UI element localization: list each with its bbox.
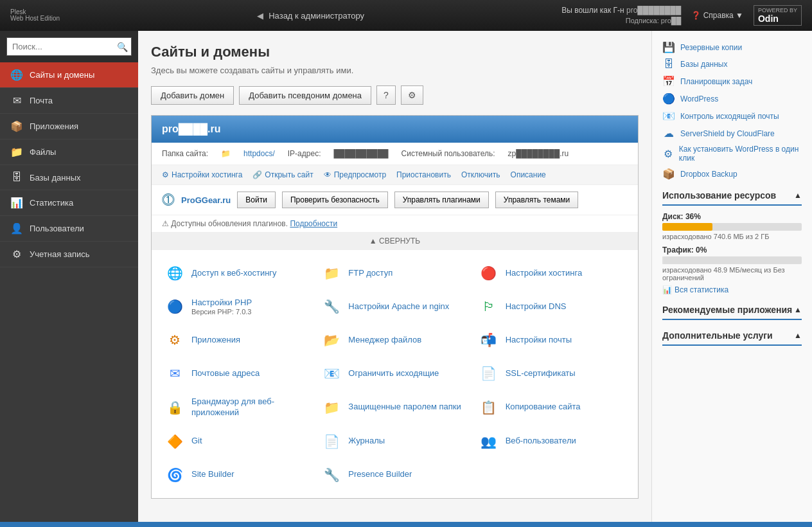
wp-plugins-button[interactable]: Управлять плагинами (394, 192, 489, 208)
feature-webhosting[interactable]: 🌐 Доступ к веб-хостингу (162, 260, 313, 286)
feature-copy[interactable]: 📋 Копирование сайта (476, 394, 628, 421)
filemanager-label: Менеджер файлов (348, 335, 421, 346)
bottom-bar (0, 522, 812, 527)
sidebar-label-databases: Базы данных (30, 173, 81, 183)
wordpress-bar: ⓵ ProGGear.ru Войти Проверить безопаснос… (152, 185, 638, 215)
users-icon: 👤 (10, 222, 23, 235)
update-details-link[interactable]: Подробности (290, 219, 337, 228)
feature-firewall[interactable]: 🔒 Брандмауэр для веб-приложений (162, 394, 313, 421)
disk-progress-fill (662, 223, 712, 231)
collapse-button[interactable]: ▲ СВЕРНУТЬ (152, 233, 638, 250)
presence-builder-icon: 🔧 (321, 465, 342, 485)
disk-info: израсходовано 740.6 МБ из 2 ГБ (662, 233, 802, 240)
hosting-settings-link[interactable]: ⚙ Настройки хостинга (162, 170, 242, 179)
help-icon-button[interactable]: ? (376, 85, 396, 105)
open-site-icon: 🔗 (252, 170, 262, 179)
folder-link[interactable]: httpdocs/ (243, 149, 275, 158)
firewall-label: Брандмауэр для веб-приложений (191, 397, 311, 418)
feature-sitebuilder[interactable]: 🌀 Site Builder (162, 462, 313, 488)
feature-mail-settings[interactable]: 📬 Настройки почты (476, 327, 628, 353)
logs-label: Журналы (348, 436, 385, 447)
disable-link[interactable]: Отключить (461, 170, 500, 179)
back-to-admin-link[interactable]: Назад к администратору (269, 11, 364, 21)
search-icon-button[interactable]: 🔍 (117, 42, 128, 52)
add-alias-button[interactable]: Добавить псевдоним домена (239, 86, 371, 105)
search-box-area: 🔍 (0, 31, 138, 62)
recommended-section: Рекомендуемые приложения ▲ (662, 305, 802, 320)
top-header: Plesk Web Host Edition ◀ Назад к админис… (0, 0, 812, 31)
main-layout: 🔍 🌐 Сайты и домены ✉ Почта 📦 Приложения … (0, 31, 812, 522)
feature-ssl[interactable]: 📄 SSL-сертификаты (476, 361, 628, 386)
feature-applications[interactable]: ⚙ Приложения (162, 327, 313, 353)
applications-label: Приложения (191, 335, 240, 346)
open-site-link[interactable]: 🔗 Открыть сайт (252, 170, 313, 179)
domain-info-bar: Папка сайта: 📁 httpdocs/ IP-адрес: █████… (152, 143, 638, 165)
wp-themes-button[interactable]: Управлять темами (495, 192, 579, 208)
feature-outgoing-limit[interactable]: 📧 Ограничить исходящие (319, 361, 470, 386)
backups-icon: 💾 (662, 41, 675, 53)
resource-usage-header: Использование ресурсов ▲ (662, 190, 802, 206)
sidebar-item-account[interactable]: ⚙ Учетная запись (0, 242, 138, 267)
traffic-info: израсходовано 48.9 МБ/месяц из Без огран… (662, 266, 802, 281)
dropbox-link[interactable]: 📦 Dropbox Backup (662, 168, 802, 180)
all-stats-link[interactable]: 📊 Вся статистика (662, 285, 802, 294)
presence-builder-label: Presence Builder (348, 469, 412, 480)
protected-dirs-icon: 📁 (321, 397, 342, 418)
hosting-settings-icon: ⚙ (162, 170, 169, 179)
databases-link[interactable]: 🗄 Базы данных (662, 58, 802, 70)
resource-collapse-icon[interactable]: ▲ (794, 191, 802, 200)
feature-protected-dirs[interactable]: 📁 Защищенные паролем папки (319, 394, 470, 421)
feature-webusers[interactable]: 👥 Веб-пользователи (476, 429, 628, 454)
wp-security-button[interactable]: Проверить безопасность (282, 192, 388, 208)
firewall-icon: 🔒 (164, 397, 185, 418)
settings-icon-button[interactable]: ⚙ (401, 85, 423, 105)
feature-git[interactable]: 🔶 Git (162, 429, 313, 454)
add-domain-button[interactable]: Добавить домен (151, 86, 234, 105)
feature-ftp[interactable]: 📁 FTP доступ (319, 260, 470, 286)
applications-icon: ⚙ (164, 330, 185, 350)
wp-oneclick-link[interactable]: ⚙ Как установить WordPress в один клик (662, 145, 802, 163)
extra-collapse-icon[interactable]: ▲ (794, 331, 802, 340)
wp-login-button[interactable]: Войти (237, 192, 276, 208)
folder-label: Папка сайта: (162, 149, 208, 158)
sidebar-item-apps[interactable]: 📦 Приложения (0, 114, 138, 139)
webhosting-label: Доступ к веб-хостингу (191, 268, 277, 279)
sidebar-item-databases[interactable]: 🗄 Базы данных (0, 165, 138, 190)
stats-icon: 📊 (10, 197, 23, 209)
feature-hosting-settings[interactable]: 🔴 Настройки хостинга (476, 260, 628, 286)
outgoing-limit-icon: 📧 (321, 363, 342, 384)
feature-php[interactable]: 🔵 Настройки PHP Версия PHP: 7.0.3 (162, 294, 313, 319)
feature-logs[interactable]: 📄 Журналы (319, 429, 470, 454)
sidebar-item-mail[interactable]: ✉ Почта (0, 88, 138, 114)
feature-presence-builder[interactable]: 🔧 Presence Builder (319, 462, 470, 488)
wordpress-link[interactable]: 🔵 WordPress (662, 93, 802, 105)
preview-icon: 👁 (324, 170, 331, 179)
recommended-header: Рекомендуемые приложения ▲ (662, 305, 802, 320)
preview-link[interactable]: 👁 Предпросмотр (324, 170, 386, 179)
scheduler-link[interactable]: 📅 Планировщик задач (662, 75, 802, 87)
page-title: Сайты и домены (151, 44, 639, 60)
help-button[interactable]: ❓ Справка ▼ (691, 11, 743, 20)
traffic-progress-bar (662, 256, 802, 264)
cloudflare-link[interactable]: ☁ ServerShield by CloudFlare (662, 127, 802, 139)
feature-apache[interactable]: 🔧 Настройки Apache и nginx (319, 294, 470, 319)
sidebar-item-users[interactable]: 👤 Пользователи (0, 216, 138, 242)
suspend-link[interactable]: Приостановить (396, 170, 451, 179)
recommended-collapse-icon[interactable]: ▲ (794, 305, 802, 314)
backups-link[interactable]: 💾 Резервные копии (662, 41, 802, 53)
outgoing-mail-link[interactable]: 📧 Контроль исходящей почты (662, 110, 802, 122)
description-link[interactable]: Описание (511, 170, 546, 179)
content-main: Сайты и домены Здесь вы можете создавать… (138, 31, 651, 522)
feature-filemanager[interactable]: 📂 Менеджер файлов (319, 327, 470, 353)
search-input[interactable] (6, 37, 132, 56)
sidebar-item-sites[interactable]: 🌐 Сайты и домены (0, 62, 138, 88)
feature-dns[interactable]: 🏳 Настройки DNS (476, 294, 628, 319)
back-arrow-icon: ◀ (257, 11, 263, 21)
sidebar-item-stats[interactable]: 📊 Статистика (0, 190, 138, 216)
sidebar-label-stats: Статистика (30, 198, 73, 208)
protected-dirs-label: Защищенные паролем папки (348, 402, 461, 413)
mail-settings-label: Настройки почты (506, 335, 572, 346)
sidebar-item-files[interactable]: 📁 Файлы (0, 139, 138, 165)
stats-bar-icon: 📊 (662, 285, 672, 294)
feature-mail-addresses[interactable]: ✉ Почтовые адреса (162, 361, 313, 386)
